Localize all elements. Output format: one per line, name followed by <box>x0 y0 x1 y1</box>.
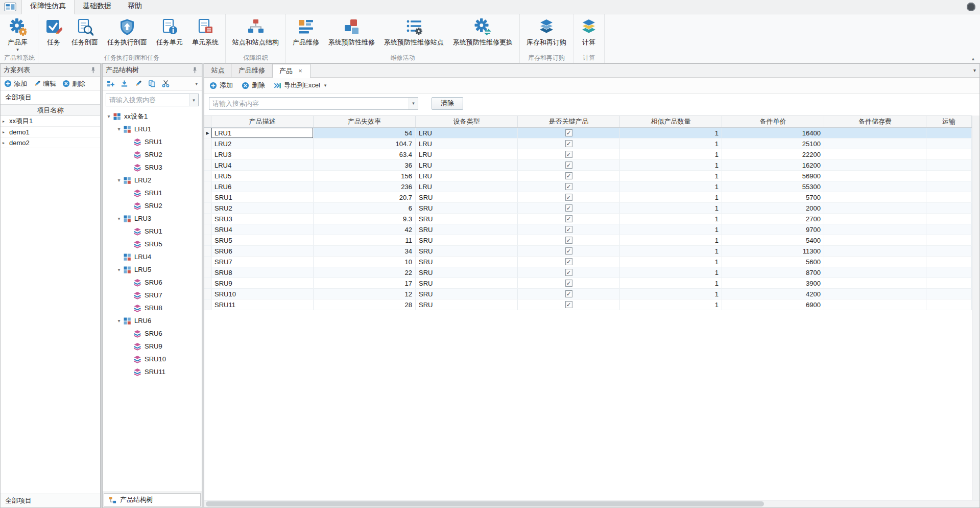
grid-cell[interactable]: LRU2 <box>211 138 314 149</box>
checkbox-checked[interactable]: ✓ <box>565 204 572 212</box>
grid-cell[interactable]: 22 <box>314 267 416 278</box>
expand-arrow-icon[interactable]: ▸ <box>3 130 9 134</box>
grid-cell[interactable]: 1 <box>620 149 722 159</box>
ribbon-button[interactable]: 系统预防性维修 <box>324 16 379 53</box>
edit-button[interactable]: 编辑 <box>33 79 56 88</box>
grid-cell[interactable] <box>926 128 972 138</box>
table-row[interactable]: SRU1128SRU✓16900 <box>204 299 972 310</box>
collapse-arrow-icon[interactable]: ▾ <box>105 113 113 119</box>
grid-cell[interactable]: 1 <box>620 214 722 224</box>
grid-cell[interactable]: SRU <box>416 192 518 202</box>
grid-cell[interactable]: LRU6 <box>211 181 314 192</box>
chevron-down-icon[interactable]: ▾ <box>324 83 327 88</box>
grid-cell[interactable]: SRU7 <box>211 257 314 267</box>
grid-cell[interactable]: 28 <box>314 299 416 310</box>
grid-cell[interactable]: 55300 <box>722 181 824 192</box>
checkbox-checked[interactable]: ✓ <box>565 161 572 169</box>
grid-cell[interactable]: 1 <box>620 267 722 278</box>
grid-cell[interactable]: SRU <box>416 246 518 256</box>
grid-cell[interactable]: 11 <box>314 235 416 245</box>
grid-cell[interactable] <box>824 289 926 299</box>
tree-node[interactable]: SRU9 <box>103 340 202 353</box>
checkbox-checked[interactable]: ✓ <box>565 226 572 233</box>
checkbox-checked[interactable]: ✓ <box>565 140 572 147</box>
grid-cell[interactable]: 1 <box>620 128 722 138</box>
grid-cell[interactable] <box>926 149 972 159</box>
grid-cell[interactable]: 236 <box>314 181 416 192</box>
table-row[interactable]: SRU917SRU✓13900 <box>204 278 972 289</box>
tree-node[interactable]: ▾LRU5 <box>103 263 202 276</box>
grid-cell[interactable]: LRU <box>416 160 518 170</box>
scheme-row[interactable]: ▸xx项目1 <box>1 116 100 127</box>
grid-cell[interactable] <box>926 214 972 224</box>
ribbon-button[interactable]: 任务单元 <box>152 16 187 53</box>
expand-arrow-icon[interactable]: ▸ <box>3 141 9 145</box>
collapse-arrow-icon[interactable]: ▾ <box>115 177 123 183</box>
checkbox-checked[interactable]: ✓ <box>565 290 572 297</box>
grid-cell[interactable]: SRU <box>416 203 518 213</box>
checkbox-checked[interactable]: ✓ <box>565 301 572 308</box>
table-row[interactable]: LRU5156LRU✓156900 <box>204 171 972 181</box>
ribbon-tab[interactable]: 保障性仿真 <box>21 0 75 14</box>
checkbox-checked[interactable]: ✓ <box>565 280 572 287</box>
grid-cell[interactable] <box>824 203 926 213</box>
table-row[interactable]: ▶LRU154LRU✓116400 <box>204 128 972 138</box>
grid-cell[interactable]: 1 <box>620 257 722 267</box>
grid-cell[interactable] <box>824 128 926 138</box>
pin-icon[interactable] <box>89 66 97 74</box>
checkbox-checked[interactable]: ✓ <box>565 194 572 201</box>
grid-cell[interactable]: ✓ <box>518 192 620 202</box>
collapse-arrow-icon[interactable]: ▾ <box>115 267 123 272</box>
document-tab[interactable]: 产品维修 <box>232 64 272 77</box>
tree-node[interactable]: ▾LRU2 <box>103 174 202 187</box>
grid-cell[interactable] <box>824 171 926 181</box>
grid-cell[interactable]: SRU <box>416 214 518 224</box>
grid-cell[interactable]: SRU10 <box>211 289 314 299</box>
ribbon-button[interactable]: 系统预防性维修站点 <box>379 16 448 53</box>
chevron-down-icon[interactable]: ▾ <box>973 67 976 73</box>
ribbon-collapse-icon[interactable]: ▴ <box>972 56 974 61</box>
table-row[interactable]: LRU6236LRU✓155300 <box>204 181 972 192</box>
grid-cell[interactable]: ✓ <box>518 235 620 245</box>
grid-cell[interactable]: 104.7 <box>314 138 416 149</box>
ribbon-button[interactable]: 产品库▾ <box>3 16 32 53</box>
grid-cell[interactable] <box>926 138 972 149</box>
ribbon-button[interactable]: 计算 <box>576 16 602 53</box>
grid-cell[interactable]: 36 <box>314 160 416 170</box>
collapse-arrow-icon[interactable]: ▾ <box>115 318 123 324</box>
grid-cell[interactable]: 1 <box>620 181 722 192</box>
clear-button[interactable]: 清除 <box>432 97 463 110</box>
column-header[interactable]: 备件单价 <box>722 116 824 127</box>
table-row[interactable]: SRU1012SRU✓14200 <box>204 289 972 299</box>
tree-node[interactable]: SRU10 <box>103 353 202 365</box>
table-row[interactable]: LRU363.4LRU✓122200 <box>204 149 972 160</box>
grid-cell[interactable]: ✓ <box>518 160 620 170</box>
grid-cell[interactable] <box>824 214 926 224</box>
grid-cell[interactable]: LRU5 <box>211 171 314 181</box>
scheme-row[interactable]: ▸demo1 <box>1 127 100 137</box>
grid-cell[interactable]: 9.3 <box>314 214 416 224</box>
grid-cell[interactable]: LRU <box>416 181 518 192</box>
grid-cell[interactable]: 34 <box>314 246 416 256</box>
grid-cell[interactable]: 2700 <box>722 214 824 224</box>
grid-cell[interactable] <box>824 267 926 278</box>
grid-cell[interactable]: ✓ <box>518 149 620 159</box>
grid-cell[interactable]: ✓ <box>518 246 620 256</box>
grid-cell[interactable]: 5700 <box>722 192 824 202</box>
checkbox-checked[interactable]: ✓ <box>565 215 572 222</box>
ribbon-button[interactable]: 产品维修 <box>288 16 324 53</box>
grid-cell[interactable]: SRU <box>416 235 518 245</box>
table-row[interactable]: SRU511SRU✓15400 <box>204 235 972 246</box>
tree-node[interactable]: SRU8 <box>103 302 202 314</box>
checkbox-checked[interactable]: ✓ <box>565 258 572 265</box>
grid-cell[interactable]: 5400 <box>722 235 824 245</box>
grid-cell[interactable] <box>824 138 926 149</box>
table-row[interactable]: LRU436LRU✓116200 <box>204 160 972 171</box>
tree-node[interactable]: ▾LRU1 <box>103 123 202 135</box>
checkbox-checked[interactable]: ✓ <box>565 129 572 136</box>
grid-cell[interactable]: ✓ <box>518 181 620 192</box>
tree-node[interactable]: SRU6 <box>103 327 202 340</box>
collapse-arrow-icon[interactable]: ▾ <box>115 216 123 221</box>
tree-node[interactable]: SRU3 <box>103 161 202 174</box>
grid-cell[interactable]: 1 <box>620 278 722 288</box>
